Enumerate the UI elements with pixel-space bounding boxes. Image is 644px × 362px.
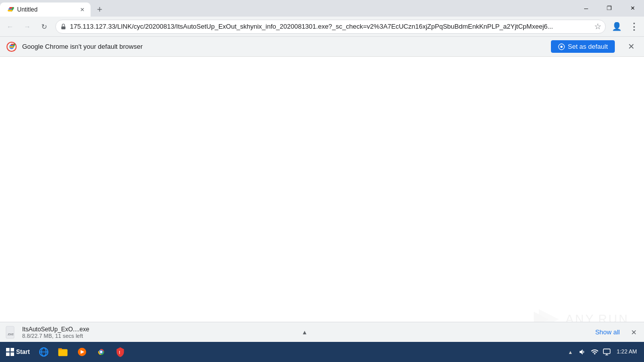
active-tab[interactable]: Untitled ✕ bbox=[0, 3, 91, 17]
window-controls: ─ ❐ ✕ bbox=[575, 0, 644, 17]
bookmark-icon[interactable]: ☆ bbox=[594, 22, 601, 31]
notification-bar: Google Chrome isn't your default browser… bbox=[0, 37, 644, 57]
download-info: ItsAutoSetUp_ExO....exe 8.8/22.7 MB, 11 … bbox=[22, 326, 294, 339]
taskbar: Start bbox=[0, 342, 644, 362]
chrome-taskbar-icon bbox=[96, 346, 107, 357]
svg-rect-10 bbox=[6, 352, 10, 356]
svg-point-3 bbox=[560, 45, 562, 48]
taskbar-shield-button[interactable]: ! bbox=[111, 343, 129, 361]
windows-icon bbox=[6, 348, 14, 356]
taskbar-ie-button[interactable] bbox=[35, 343, 53, 361]
tab-strip: Untitled ✕ + bbox=[0, 0, 575, 17]
tab-title: Untitled bbox=[17, 6, 74, 13]
toolbar-actions: 👤 ⋮ bbox=[609, 19, 642, 35]
ie-icon bbox=[38, 346, 49, 357]
svg-rect-15 bbox=[58, 349, 67, 356]
chrome-notification-icon bbox=[6, 41, 17, 52]
back-button[interactable]: ← bbox=[2, 19, 18, 35]
tab-close-button[interactable]: ✕ bbox=[77, 5, 87, 14]
taskbar-chrome-button[interactable] bbox=[92, 343, 110, 361]
download-chevron-button[interactable]: ▲ bbox=[298, 326, 310, 338]
svg-text:.exe: .exe bbox=[7, 332, 14, 336]
svg-rect-8 bbox=[6, 348, 10, 351]
svg-rect-1 bbox=[61, 26, 65, 29]
address-text: 175.113.127.33/LINK/cyc/20200813/ItsAuto… bbox=[70, 23, 591, 30]
system-clock: 1:22 AM bbox=[614, 348, 640, 355]
download-close-button[interactable]: ✕ bbox=[628, 326, 640, 338]
svg-rect-24 bbox=[603, 349, 610, 353]
taskbar-explorer-button[interactable] bbox=[54, 343, 72, 361]
lock-icon bbox=[60, 23, 67, 30]
maximize-button[interactable]: ❐ bbox=[598, 0, 621, 17]
reload-button[interactable]: ↻ bbox=[36, 19, 52, 35]
download-file-icon: .exe bbox=[4, 325, 18, 339]
forward-button[interactable]: → bbox=[19, 19, 35, 35]
svg-rect-9 bbox=[11, 348, 14, 351]
titlebar: Untitled ✕ + ─ ❐ ✕ bbox=[0, 0, 644, 17]
shield-icon: ! bbox=[115, 346, 126, 357]
toolbar: ← → ↻ 175.113.127.33/LINK/cyc/20200813/I… bbox=[0, 17, 644, 37]
show-all-button[interactable]: Show all bbox=[591, 326, 624, 338]
download-status: 8.8/22.7 MB, 11 secs left bbox=[22, 333, 294, 339]
minimize-button[interactable]: ─ bbox=[575, 0, 598, 17]
tab-favicon bbox=[6, 6, 14, 14]
tray-arrow-icon[interactable]: ▲ bbox=[566, 347, 576, 357]
new-tab-button[interactable]: + bbox=[93, 3, 107, 17]
network-icon[interactable] bbox=[590, 347, 600, 357]
volume-icon[interactable] bbox=[578, 347, 588, 357]
start-label: Start bbox=[16, 348, 30, 355]
media-icon bbox=[76, 346, 88, 357]
explorer-icon bbox=[57, 346, 68, 357]
svg-rect-11 bbox=[11, 352, 14, 356]
svg-text:!: ! bbox=[119, 350, 121, 355]
close-button[interactable]: ✕ bbox=[621, 0, 644, 17]
svg-point-22 bbox=[100, 351, 103, 353]
profile-button[interactable]: 👤 bbox=[609, 19, 625, 35]
notification-close-button[interactable]: ✕ bbox=[624, 40, 638, 54]
monitor-icon[interactable] bbox=[602, 347, 612, 357]
system-tray: ▲ 1:22 AM bbox=[564, 347, 642, 357]
start-button[interactable]: Start bbox=[2, 343, 34, 361]
notification-text: Google Chrome isn't your default browser bbox=[22, 43, 546, 50]
menu-button[interactable]: ⋮ bbox=[626, 19, 642, 35]
page-content: ANY.RUN bbox=[0, 57, 644, 342]
address-bar[interactable]: 175.113.127.33/LINK/cyc/20200813/ItsAuto… bbox=[55, 20, 606, 34]
taskbar-media-button[interactable] bbox=[73, 343, 91, 361]
download-filename: ItsAutoSetUp_ExO....exe bbox=[22, 326, 294, 333]
set-default-button[interactable]: Set as default bbox=[551, 40, 615, 53]
download-bar: .exe ItsAutoSetUp_ExO....exe 8.8/22.7 MB… bbox=[0, 322, 644, 342]
svg-rect-16 bbox=[58, 348, 62, 350]
set-default-icon bbox=[558, 43, 565, 50]
